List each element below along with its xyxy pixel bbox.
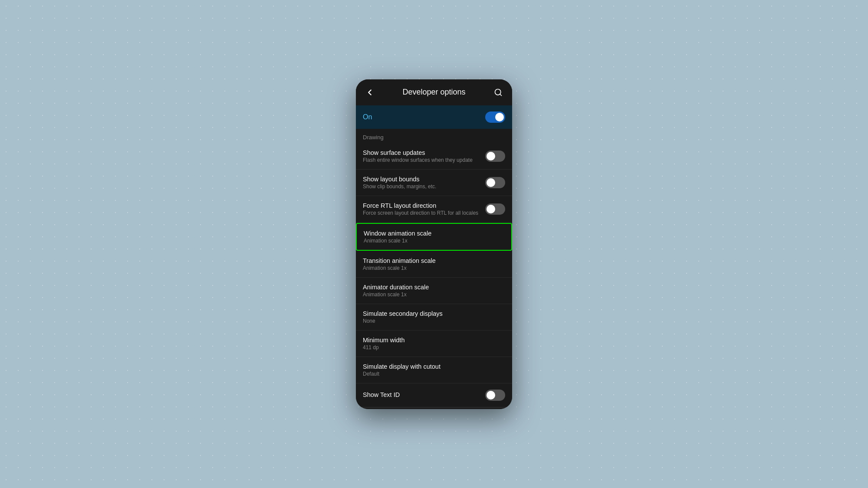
setting-row-show-surface-updates[interactable]: Show surface updates Flash entire window… xyxy=(356,143,512,170)
developer-options-toggle[interactable] xyxy=(485,111,505,123)
search-button[interactable] xyxy=(491,85,505,99)
setting-row-show-text-id[interactable]: Show Text ID xyxy=(356,383,512,407)
setting-text: Show Text ID xyxy=(363,391,485,399)
setting-subtitle: Default xyxy=(363,371,505,377)
setting-title: Show surface updates xyxy=(363,149,485,156)
show-layout-bounds-toggle[interactable] xyxy=(485,177,505,188)
setting-text: Simulate display with cutout Default xyxy=(363,363,505,377)
setting-text: Minimum width 411 dp xyxy=(363,337,505,350)
setting-subtitle: 411 dp xyxy=(363,344,505,350)
setting-text: Simulate secondary displays None xyxy=(363,310,505,324)
setting-text: Window animation scale Animation scale 1… xyxy=(364,230,504,244)
developer-options-toggle-row[interactable]: On xyxy=(356,105,512,129)
setting-title: Transition animation scale xyxy=(363,257,505,264)
page-title: Developer options xyxy=(402,88,465,97)
back-button[interactable] xyxy=(363,85,377,99)
setting-subtitle: Animation scale 1x xyxy=(364,238,504,244)
hardware-section-label: Hardware accelerated rendering xyxy=(356,407,512,409)
setting-subtitle: Show clip bounds, margins, etc. xyxy=(363,183,485,190)
show-surface-updates-toggle[interactable] xyxy=(485,151,505,162)
setting-text: Force RTL layout direction Force screen … xyxy=(363,202,485,216)
setting-text: Show surface updates Flash entire window… xyxy=(363,149,485,163)
setting-title: Simulate display with cutout xyxy=(363,363,505,370)
setting-subtitle: Force screen layout direction to RTL for… xyxy=(363,210,485,216)
setting-title: Show Text ID xyxy=(363,391,485,398)
setting-subtitle: Animation scale 1x xyxy=(363,291,505,298)
setting-row-simulate-secondary-displays[interactable]: Simulate secondary displays None xyxy=(356,304,512,331)
setting-subtitle: Animation scale 1x xyxy=(363,265,505,271)
setting-title: Show layout bounds xyxy=(363,176,485,183)
setting-text: Animator duration scale Animation scale … xyxy=(363,284,505,298)
setting-text: Transition animation scale Animation sca… xyxy=(363,257,505,271)
force-rtl-toggle[interactable] xyxy=(485,203,505,215)
setting-title: Window animation scale xyxy=(364,230,504,237)
setting-title: Minimum width xyxy=(363,337,505,344)
setting-title: Force RTL layout direction xyxy=(363,202,485,209)
setting-title: Simulate secondary displays xyxy=(363,310,505,317)
setting-row-simulate-display-cutout[interactable]: Simulate display with cutout Default xyxy=(356,357,512,383)
phone-frame: Developer options On Drawing Show surfac… xyxy=(356,79,512,409)
setting-row-minimum-width[interactable]: Minimum width 411 dp xyxy=(356,331,512,357)
svg-line-1 xyxy=(500,94,502,95)
show-text-id-toggle[interactable] xyxy=(485,390,505,401)
setting-row-window-animation-scale[interactable]: Window animation scale Animation scale 1… xyxy=(356,223,512,251)
setting-subtitle: None xyxy=(363,318,505,324)
settings-scroll[interactable]: Drawing Show surface updates Flash entir… xyxy=(356,129,512,409)
setting-row-transition-animation-scale[interactable]: Transition animation scale Animation sca… xyxy=(356,251,512,278)
setting-subtitle: Flash entire window surfaces when they u… xyxy=(363,157,485,163)
setting-row-force-rtl[interactable]: Force RTL layout direction Force screen … xyxy=(356,196,512,223)
setting-text: Show layout bounds Show clip bounds, mar… xyxy=(363,176,485,190)
app-header: Developer options xyxy=(356,79,512,105)
setting-row-animator-duration-scale[interactable]: Animator duration scale Animation scale … xyxy=(356,278,512,304)
drawing-section-label: Drawing xyxy=(356,129,512,143)
setting-row-show-layout-bounds[interactable]: Show layout bounds Show clip bounds, mar… xyxy=(356,170,512,196)
setting-title: Animator duration scale xyxy=(363,284,505,291)
on-label: On xyxy=(363,113,372,121)
